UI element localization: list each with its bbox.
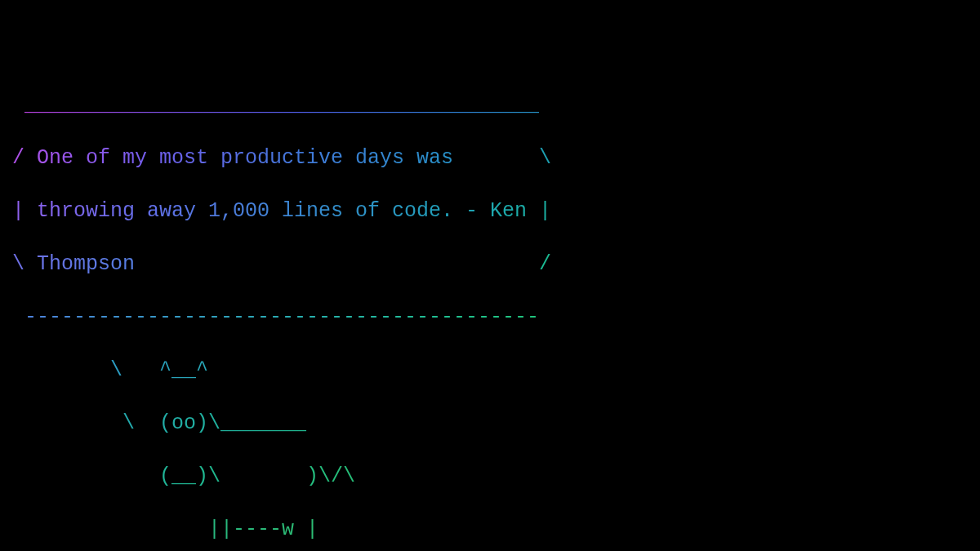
quote-line-1: / One of my most productive days was \	[12, 145, 980, 172]
quote-line-2: | throwing away 1,000 lines of code. - K…	[12, 198, 980, 225]
cow-art-line-3: (__)\ )\/\	[12, 464, 980, 491]
cow-art-line-1: \ ^__^	[12, 358, 980, 384]
terminal-output: ________________________________________…	[0, 0, 980, 551]
bubble-top-border: ________________________________________…	[12, 92, 980, 119]
quote-line-3: \ Thompson /	[12, 251, 980, 278]
cow-art-line-2: \ (oo)\_______	[12, 411, 980, 438]
cow-art-line-4: ||----w |	[12, 517, 980, 544]
bubble-bottom-border: ----------------------------------------…	[12, 304, 980, 331]
